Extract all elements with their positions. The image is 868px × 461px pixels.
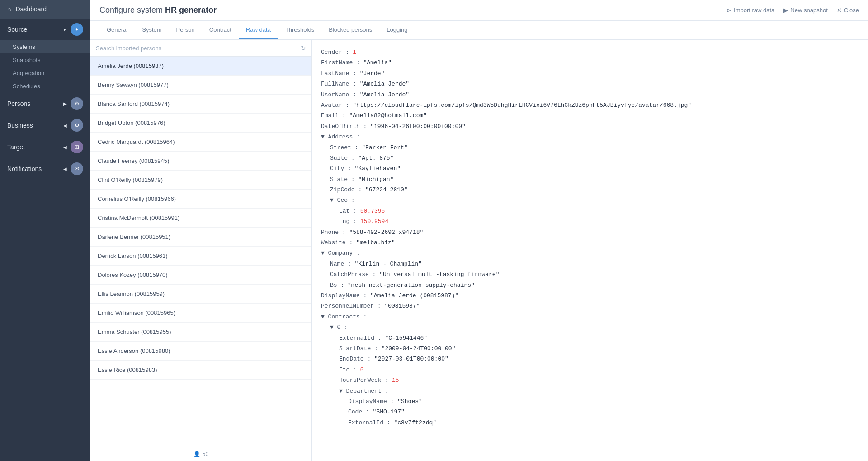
sidebar-section-notifications: Notifications ◀ ✉	[0, 158, 90, 180]
detail-line: PersonnelNumber : "00815987"	[321, 301, 859, 311]
detail-line: State : "Michigan"	[321, 174, 859, 185]
person-item[interactable]: Cornelius O'Reilly (00815966)	[90, 190, 311, 209]
source-label: Source	[7, 26, 27, 33]
sidebar-section-persons: Persons ▶ ⚙	[0, 93, 90, 114]
tabs-bar: General System Person Contract Raw data …	[90, 21, 868, 40]
sidebar-business-header[interactable]: Business ◀ ⚙	[0, 114, 90, 136]
sidebar-target-header[interactable]: Target ◀ ⊞	[0, 136, 90, 158]
chevron-left-icon3: ◀	[63, 166, 67, 171]
person-item[interactable]: Amelia Jerde (00815987)	[90, 57, 311, 76]
detail-line: LastName : "Jerde"	[321, 68, 859, 79]
source-icon: ✦	[71, 23, 83, 36]
detail-line: Name : "Kirlin - Champlin"	[321, 259, 859, 269]
new-snapshot-button[interactable]: ▶ New snapshot	[783, 7, 827, 14]
detail-panel: Gender : 1FirstName : "Amelia"LastName :…	[312, 40, 868, 461]
tab-thresholds[interactable]: Thresholds	[278, 21, 321, 39]
person-item[interactable]: Essie Rice (00815983)	[90, 361, 311, 380]
sidebar-section-source: Source ▼ ✦ Systems Snapshots Aggregation…	[0, 19, 90, 93]
business-icon: ⚙	[71, 119, 83, 132]
tab-person[interactable]: Person	[169, 21, 202, 39]
topbar-actions: ⊳ Import raw data ▶ New snapshot ✕ Close	[726, 7, 859, 14]
person-list: Amelia Jerde (00815987)Benny Sawayn (008…	[90, 57, 311, 447]
detail-line: Gender : 1	[321, 47, 859, 57]
detail-line: UserName : "Amelia_Jerde"	[321, 90, 859, 100]
detail-line: ▼ Company :	[321, 248, 859, 258]
detail-line: ▼ Geo :	[321, 195, 859, 205]
person-item[interactable]: Darlene Bernier (00815951)	[90, 228, 311, 247]
detail-line: FullName : "Amelia Jerde"	[321, 79, 859, 89]
detail-line: EndDate : "2027-03-01T00:00:00"	[321, 354, 859, 364]
detail-line: Street : "Parker Fort"	[321, 143, 859, 153]
detail-line: HoursPerWeek : 15	[321, 375, 859, 385]
detail-line: Email : "Amelia82@hotmail.com"	[321, 110, 859, 121]
person-item[interactable]: Bridget Upton (00815976)	[90, 114, 311, 133]
page-title: Configure system HR generator	[99, 5, 726, 15]
import-raw-data-button[interactable]: ⊳ Import raw data	[726, 7, 774, 14]
detail-line: Fte : 0	[321, 365, 859, 375]
persons-icon: ⚙	[71, 97, 83, 110]
detail-line: ExternalId : "C-15941446"	[321, 333, 859, 343]
chevron-down-icon: ▼	[62, 27, 67, 32]
detail-line: Phone : "588-492-2692 x94718"	[321, 227, 859, 238]
person-item[interactable]: Clint O'Reilly (00815979)	[90, 171, 311, 190]
sidebar-item-aggregation[interactable]: Aggregation	[0, 67, 90, 80]
sidebar-section-target: Target ◀ ⊞	[0, 136, 90, 158]
sidebar-section-business: Business ◀ ⚙	[0, 114, 90, 136]
detail-line: DisplayName : "Amelia Jerde (00815987)"	[321, 290, 859, 301]
person-item[interactable]: Cristina McDermott (00815991)	[90, 209, 311, 228]
persons-label: Persons	[7, 100, 30, 107]
detail-line: ▼ Address :	[321, 132, 859, 142]
person-item[interactable]: Claude Feeney (00815945)	[90, 152, 311, 171]
person-item[interactable]: Benny Sawayn (00815977)	[90, 76, 311, 95]
detail-line: Website : "melba.biz"	[321, 238, 859, 248]
main-content: Configure system HR generator ⊳ Import r…	[90, 0, 868, 461]
sidebar-item-dashboard[interactable]: ⌂ Dashboard	[0, 0, 90, 19]
sidebar-item-systems[interactable]: Systems	[0, 40, 90, 53]
notifications-label: Notifications	[7, 165, 42, 172]
person-item[interactable]: Blanca Sanford (00815974)	[90, 95, 311, 114]
close-icon: ✕	[837, 7, 842, 14]
sidebar: ⌂ Dashboard Source ▼ ✦ Systems Snapshots…	[0, 0, 90, 461]
home-icon: ⌂	[7, 5, 11, 13]
import-icon: ⊳	[726, 7, 731, 14]
person-item[interactable]: Essie Anderson (00815980)	[90, 342, 311, 361]
person-item[interactable]: Derrick Larson (00815961)	[90, 247, 311, 266]
chevron-left-icon2: ◀	[63, 145, 67, 150]
sidebar-persons-header[interactable]: Persons ▶ ⚙	[0, 93, 90, 114]
person-item[interactable]: Ellis Leannon (00815959)	[90, 285, 311, 304]
tab-general[interactable]: General	[99, 21, 135, 39]
content-area: ↻ Amelia Jerde (00815987)Benny Sawayn (0…	[90, 40, 868, 461]
tab-logging[interactable]: Logging	[379, 21, 415, 39]
sidebar-item-schedules[interactable]: Schedules	[0, 80, 90, 93]
sidebar-item-snapshots[interactable]: Snapshots	[0, 53, 90, 67]
target-icon: ⊞	[71, 141, 83, 153]
person-item[interactable]: Dolores Kozey (00815970)	[90, 266, 311, 285]
tab-system[interactable]: System	[135, 21, 169, 39]
detail-line: DisplayName : "Shoes"	[321, 396, 859, 407]
close-button[interactable]: ✕ Close	[837, 7, 859, 14]
tab-blocked-persons[interactable]: Blocked persons	[321, 21, 379, 39]
search-input[interactable]	[96, 45, 297, 52]
search-bar: ↻	[90, 40, 311, 57]
person-item[interactable]: Emilio Williamson (00815965)	[90, 304, 311, 323]
detail-line: ZipCode : "67224-2810"	[321, 185, 859, 195]
tab-raw-data[interactable]: Raw data	[239, 21, 278, 39]
detail-line: ▼ Contracts :	[321, 312, 859, 322]
detail-line: CatchPhrase : "Universal multi-tasking f…	[321, 269, 859, 280]
target-label: Target	[7, 143, 25, 151]
person-item[interactable]: Emma Schuster (00815955)	[90, 323, 311, 342]
person-list-panel: ↻ Amelia Jerde (00815987)Benny Sawayn (0…	[90, 40, 312, 461]
tab-contract[interactable]: Contract	[202, 21, 239, 39]
person-item[interactable]: Cedric Marquardt (00815964)	[90, 133, 311, 152]
detail-line: Lat : 50.7396	[321, 206, 859, 216]
chevron-right-icon: ▶	[63, 101, 67, 106]
sidebar-notifications-header[interactable]: Notifications ◀ ✉	[0, 158, 90, 180]
refresh-icon[interactable]: ↻	[301, 44, 306, 52]
person-count: 👤 50	[90, 447, 311, 461]
detail-line: ▼ Department :	[321, 386, 859, 396]
sidebar-source-header[interactable]: Source ▼ ✦	[0, 19, 90, 40]
topbar: Configure system HR generator ⊳ Import r…	[90, 0, 868, 21]
snapshot-icon: ▶	[783, 7, 788, 14]
detail-line: Lng : 150.9594	[321, 216, 859, 227]
detail-line: Bs : "mesh next-generation supply-chains…	[321, 280, 859, 290]
